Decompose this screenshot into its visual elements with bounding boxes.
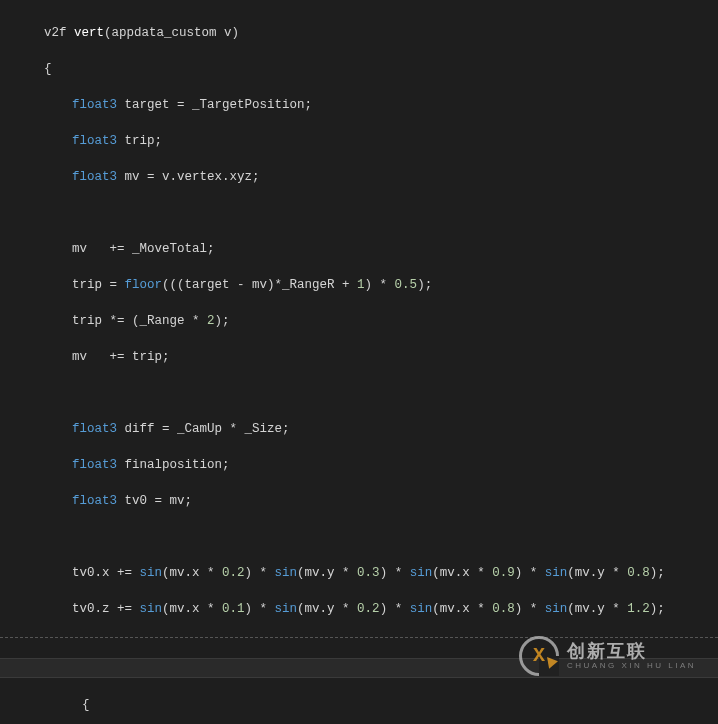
code-text: target = _TargetPosition;: [117, 98, 312, 112]
builtin: sin: [410, 602, 433, 616]
code-line: float3 finalposition;: [0, 456, 718, 474]
code-line: float3 tv0 = mv;: [0, 492, 718, 510]
code-text: tv0.z +=: [72, 602, 140, 616]
code-text: tv0 = mv;: [117, 494, 192, 508]
code-text: mv += trip;: [72, 350, 170, 364]
code-text: );: [417, 278, 432, 292]
brace: {: [82, 698, 90, 712]
code-text: );: [650, 602, 665, 616]
code-text: mv += _MoveTotal;: [72, 242, 215, 256]
code-text: trip =: [72, 278, 125, 292]
code-text: (mv.y *: [297, 602, 357, 616]
code-text: );: [215, 314, 230, 328]
keyword: float3: [72, 98, 117, 112]
code-text: ) *: [380, 602, 410, 616]
code-text: (mv.x *: [162, 566, 222, 580]
code-text: trip *= (_Range *: [72, 314, 207, 328]
code-text: ) *: [245, 602, 275, 616]
builtin: sin: [275, 602, 298, 616]
keyword: float3: [72, 458, 117, 472]
number: 0.2: [222, 566, 245, 580]
code-text: v2f: [44, 26, 74, 40]
blank-line: [0, 204, 718, 222]
number: 0.8: [627, 566, 650, 580]
code-line: trip *= (_Range * 2);: [0, 312, 718, 330]
keyword: float3: [72, 422, 117, 436]
function-name: vert: [74, 26, 104, 40]
code-text: trip;: [117, 134, 162, 148]
code-line: float3 trip;: [0, 132, 718, 150]
number: 0.3: [357, 566, 380, 580]
number: 0.9: [492, 566, 515, 580]
blank-line: [0, 528, 718, 546]
code-text: ) *: [365, 278, 395, 292]
builtin: sin: [545, 602, 568, 616]
number: 0.2: [357, 602, 380, 616]
brace: {: [44, 62, 52, 76]
keyword: float3: [72, 134, 117, 148]
code-line: {: [0, 696, 718, 714]
builtin: sin: [410, 566, 433, 580]
code-line: trip = floor(((target - mv)*_RangeR + 1)…: [0, 276, 718, 294]
highlighted-line: [0, 658, 718, 678]
code-text: ) *: [245, 566, 275, 580]
code-line: float3 mv = v.vertex.xyz;: [0, 168, 718, 186]
code-text: (mv.x *: [162, 602, 222, 616]
code-line: mv += _MoveTotal;: [0, 240, 718, 258]
code-text: (mv.x *: [432, 602, 492, 616]
number: 1.2: [627, 602, 650, 616]
code-text: ) *: [515, 602, 545, 616]
code-line: float3 target = _TargetPosition;: [0, 96, 718, 114]
code-text: (((target - mv)*_RangeR +: [162, 278, 357, 292]
code-text: (mv.y *: [567, 566, 627, 580]
code-line: {: [0, 60, 718, 78]
blank-line: [0, 384, 718, 402]
code-line: float3 diff = _CamUp * _Size;: [0, 420, 718, 438]
builtin: sin: [140, 566, 163, 580]
code-line: v2f vert(appdata_custom v): [0, 24, 718, 42]
code-text: mv = v.vertex.xyz;: [117, 170, 260, 184]
code-line: tv0.x += sin(mv.x * 0.2) * sin(mv.y * 0.…: [0, 564, 718, 582]
builtin: sin: [140, 602, 163, 616]
horizontal-ruler: [0, 637, 718, 639]
code-editor[interactable]: v2f vert(appdata_custom v) { float3 targ…: [0, 0, 718, 724]
code-text: finalposition;: [117, 458, 230, 472]
builtin: sin: [275, 566, 298, 580]
code-text: (mv.y *: [297, 566, 357, 580]
builtin: sin: [545, 566, 568, 580]
code-line: tv0.z += sin(mv.x * 0.1) * sin(mv.y * 0.…: [0, 600, 718, 618]
number: 0.5: [395, 278, 418, 292]
code-text: (appdata_custom v): [104, 26, 239, 40]
keyword: float3: [72, 170, 117, 184]
code-line: mv += trip;: [0, 348, 718, 366]
number: 0.1: [222, 602, 245, 616]
code-text: diff = _CamUp * _Size;: [117, 422, 290, 436]
code-text: tv0.x +=: [72, 566, 140, 580]
number: 2: [207, 314, 215, 328]
keyword: float3: [72, 494, 117, 508]
number: 0.8: [492, 602, 515, 616]
code-text: (mv.y *: [567, 602, 627, 616]
code-text: ) *: [380, 566, 410, 580]
code-text: ) *: [515, 566, 545, 580]
code-text: );: [650, 566, 665, 580]
builtin: floor: [125, 278, 163, 292]
number: 1: [357, 278, 365, 292]
code-text: (mv.x *: [432, 566, 492, 580]
